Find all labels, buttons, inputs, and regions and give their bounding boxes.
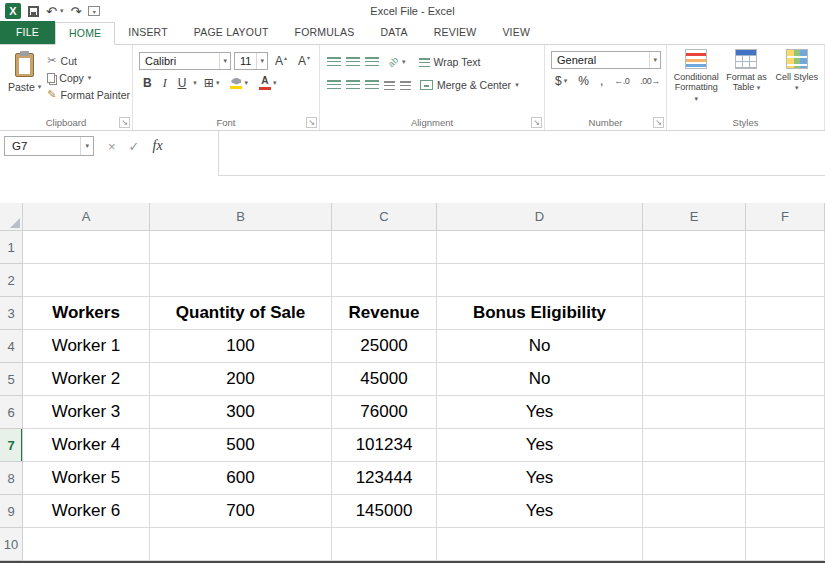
cancel-icon[interactable]: ×	[108, 139, 116, 154]
cell-E5[interactable]	[643, 363, 746, 396]
cell-F2[interactable]	[746, 264, 825, 297]
row-header-5[interactable]: 5	[0, 363, 23, 396]
column-header-F[interactable]: F	[746, 203, 825, 231]
cell-C2[interactable]	[332, 264, 437, 297]
font-size-select[interactable]: 11 ▾	[234, 52, 268, 70]
top-align-icon[interactable]	[327, 57, 341, 67]
customize-quick-access-toolbar-icon[interactable]: ▾	[88, 6, 100, 16]
increase-indent-icon[interactable]	[400, 81, 411, 90]
select-all-corner[interactable]	[0, 203, 23, 231]
italic-button[interactable]: I	[159, 75, 171, 92]
name-box-dropdown-icon[interactable]: ▾	[80, 137, 93, 155]
undo-dropdown-icon[interactable]: ▾	[60, 7, 64, 15]
cell-A5[interactable]: Worker 2	[23, 363, 150, 396]
cell-F4[interactable]	[746, 330, 825, 363]
cell-C9[interactable]: 145000	[332, 495, 437, 528]
cell-E4[interactable]	[643, 330, 746, 363]
cell-A9[interactable]: Worker 6	[23, 495, 150, 528]
cell-D6[interactable]: Yes	[437, 396, 643, 429]
decrease-decimal-icon[interactable]: .00→	[636, 75, 664, 87]
decrease-font-size-button[interactable]: A▾	[294, 53, 314, 69]
cell-B8[interactable]: 600	[150, 462, 332, 495]
copy-button[interactable]: Copy ▾	[45, 69, 132, 86]
format-painter-button[interactable]: ✎ Format Painter	[45, 86, 132, 103]
increase-font-size-button[interactable]: A▴	[271, 53, 291, 69]
middle-align-icon[interactable]	[346, 57, 360, 67]
cell-D8[interactable]: Yes	[437, 462, 643, 495]
cell-D1[interactable]	[437, 231, 643, 264]
row-header-1[interactable]: 1	[0, 231, 23, 264]
name-box[interactable]: G7 ▾	[4, 136, 94, 156]
cell-A10[interactable]	[23, 528, 150, 561]
chevron-down-icon[interactable]: ▾	[193, 79, 197, 87]
merge-center-button[interactable]: Merge & Center ▾	[416, 78, 523, 92]
cell-A7[interactable]: Worker 4	[23, 429, 150, 462]
cell-D5[interactable]: No	[437, 363, 643, 396]
row-header-8[interactable]: 8	[0, 462, 23, 495]
cell-B10[interactable]	[150, 528, 332, 561]
cell-A1[interactable]	[23, 231, 150, 264]
paste-button[interactable]: Paste ▾	[4, 51, 45, 114]
tab-home[interactable]: HOME	[55, 22, 115, 45]
align-center-icon[interactable]	[346, 80, 360, 90]
cell-A2[interactable]	[23, 264, 150, 297]
increase-decimal-icon[interactable]: ←.0	[610, 75, 633, 87]
tab-review[interactable]: REVIEW	[421, 21, 490, 44]
font-color-button[interactable]: A ▾	[255, 75, 281, 91]
enter-check-icon[interactable]: ✓	[129, 139, 140, 154]
cell-styles-button[interactable]: Cell Styles ▾	[773, 49, 821, 93]
alignment-dialog-launcher-icon[interactable]: ↘	[531, 117, 542, 128]
cell-F8[interactable]	[746, 462, 825, 495]
column-header-B[interactable]: B	[150, 203, 332, 231]
cell-E8[interactable]	[643, 462, 746, 495]
cell-D3[interactable]: Bonus Eligibility	[437, 297, 643, 330]
cell-A6[interactable]: Worker 3	[23, 396, 150, 429]
fill-color-button[interactable]: ▾	[226, 77, 252, 90]
conditional-formatting-button[interactable]: Conditional Formatting ▾	[672, 49, 720, 103]
cell-F9[interactable]	[746, 495, 825, 528]
cell-D2[interactable]	[437, 264, 643, 297]
cell-F7[interactable]	[746, 429, 825, 462]
cell-B3[interactable]: Quantity of Sale	[150, 297, 332, 330]
font-dialog-launcher-icon[interactable]: ↘	[306, 117, 317, 128]
wrap-text-button[interactable]: Wrap Text	[415, 55, 485, 69]
cell-B7[interactable]: 500	[150, 429, 332, 462]
cell-F1[interactable]	[746, 231, 825, 264]
cell-B2[interactable]	[150, 264, 332, 297]
cell-B1[interactable]	[150, 231, 332, 264]
column-header-D[interactable]: D	[437, 203, 643, 231]
cut-button[interactable]: ✂ Cut	[45, 52, 132, 69]
cell-C7[interactable]: 101234	[332, 429, 437, 462]
cell-C6[interactable]: 76000	[332, 396, 437, 429]
comma-style-button[interactable]: ,	[596, 73, 607, 89]
cell-C8[interactable]: 123444	[332, 462, 437, 495]
cell-A8[interactable]: Worker 5	[23, 462, 150, 495]
tab-view[interactable]: VIEW	[489, 21, 543, 44]
cell-E7[interactable]	[643, 429, 746, 462]
cell-C10[interactable]	[332, 528, 437, 561]
chevron-down-icon[interactable]: ▾	[256, 53, 267, 69]
column-header-A[interactable]: A	[23, 203, 150, 231]
cell-B5[interactable]: 200	[150, 363, 332, 396]
row-header-7[interactable]: 7	[0, 429, 23, 462]
chevron-down-icon[interactable]: ▾	[649, 52, 660, 68]
cell-F10[interactable]	[746, 528, 825, 561]
row-header-6[interactable]: 6	[0, 396, 23, 429]
tab-page-layout[interactable]: PAGE LAYOUT	[181, 21, 282, 44]
cell-E9[interactable]	[643, 495, 746, 528]
clipboard-dialog-launcher-icon[interactable]: ↘	[119, 117, 130, 128]
cell-E2[interactable]	[643, 264, 746, 297]
row-header-3[interactable]: 3	[0, 297, 23, 330]
cell-C4[interactable]: 25000	[332, 330, 437, 363]
cell-C3[interactable]: Revenue	[332, 297, 437, 330]
cell-E6[interactable]	[643, 396, 746, 429]
cell-F3[interactable]	[746, 297, 825, 330]
align-right-icon[interactable]	[365, 80, 379, 90]
cell-A4[interactable]: Worker 1	[23, 330, 150, 363]
cell-A3[interactable]: Workers	[23, 297, 150, 330]
number-dialog-launcher-icon[interactable]: ↘	[653, 117, 664, 128]
borders-button[interactable]: ⊞ ▾	[200, 75, 224, 91]
row-header-9[interactable]: 9	[0, 495, 23, 528]
number-format-select[interactable]: General ▾	[551, 51, 661, 69]
cell-B9[interactable]: 700	[150, 495, 332, 528]
